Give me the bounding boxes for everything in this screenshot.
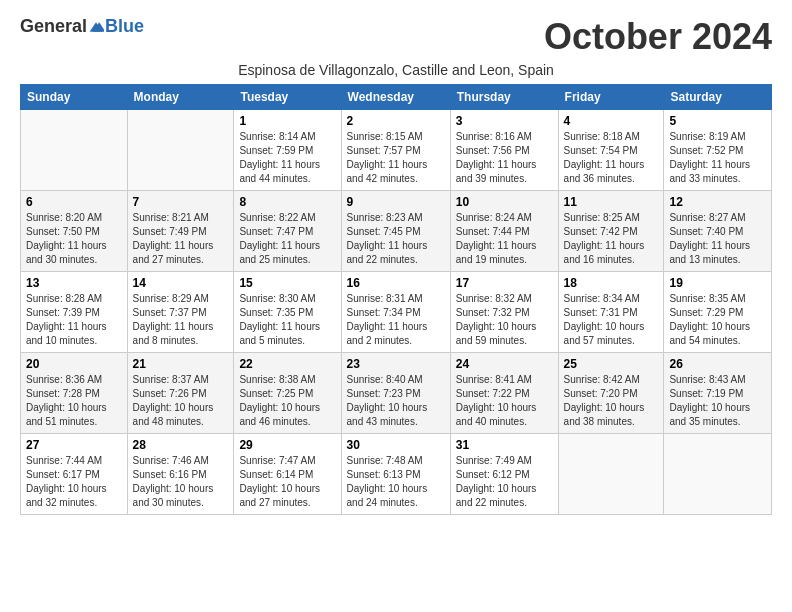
calendar-cell: 20Sunrise: 8:36 AM Sunset: 7:28 PM Dayli… <box>21 353 128 434</box>
column-header-wednesday: Wednesday <box>341 85 450 110</box>
logo-icon <box>88 19 104 35</box>
calendar-week-row: 13Sunrise: 8:28 AM Sunset: 7:39 PM Dayli… <box>21 272 772 353</box>
logo-general-text: General <box>20 16 87 37</box>
calendar-header-row: SundayMondayTuesdayWednesdayThursdayFrid… <box>21 85 772 110</box>
day-info: Sunrise: 8:18 AM Sunset: 7:54 PM Dayligh… <box>564 130 659 186</box>
column-header-saturday: Saturday <box>664 85 772 110</box>
column-header-monday: Monday <box>127 85 234 110</box>
calendar-cell: 8Sunrise: 8:22 AM Sunset: 7:47 PM Daylig… <box>234 191 341 272</box>
column-header-tuesday: Tuesday <box>234 85 341 110</box>
day-info: Sunrise: 8:23 AM Sunset: 7:45 PM Dayligh… <box>347 211 445 267</box>
day-number: 15 <box>239 276 335 290</box>
day-info: Sunrise: 8:38 AM Sunset: 7:25 PM Dayligh… <box>239 373 335 429</box>
calendar-cell: 28Sunrise: 7:46 AM Sunset: 6:16 PM Dayli… <box>127 434 234 515</box>
calendar-table: SundayMondayTuesdayWednesdayThursdayFrid… <box>20 84 772 515</box>
day-info: Sunrise: 8:29 AM Sunset: 7:37 PM Dayligh… <box>133 292 229 348</box>
day-info: Sunrise: 8:42 AM Sunset: 7:20 PM Dayligh… <box>564 373 659 429</box>
calendar-cell <box>664 434 772 515</box>
day-info: Sunrise: 8:15 AM Sunset: 7:57 PM Dayligh… <box>347 130 445 186</box>
day-info: Sunrise: 7:48 AM Sunset: 6:13 PM Dayligh… <box>347 454 445 510</box>
day-number: 11 <box>564 195 659 209</box>
day-info: Sunrise: 8:36 AM Sunset: 7:28 PM Dayligh… <box>26 373 122 429</box>
calendar-cell: 2Sunrise: 8:15 AM Sunset: 7:57 PM Daylig… <box>341 110 450 191</box>
day-number: 1 <box>239 114 335 128</box>
calendar-cell: 9Sunrise: 8:23 AM Sunset: 7:45 PM Daylig… <box>341 191 450 272</box>
day-number: 19 <box>669 276 766 290</box>
calendar-cell: 21Sunrise: 8:37 AM Sunset: 7:26 PM Dayli… <box>127 353 234 434</box>
day-info: Sunrise: 8:40 AM Sunset: 7:23 PM Dayligh… <box>347 373 445 429</box>
calendar-cell: 15Sunrise: 8:30 AM Sunset: 7:35 PM Dayli… <box>234 272 341 353</box>
day-number: 14 <box>133 276 229 290</box>
calendar-cell: 29Sunrise: 7:47 AM Sunset: 6:14 PM Dayli… <box>234 434 341 515</box>
calendar-cell: 1Sunrise: 8:14 AM Sunset: 7:59 PM Daylig… <box>234 110 341 191</box>
day-number: 16 <box>347 276 445 290</box>
day-info: Sunrise: 8:35 AM Sunset: 7:29 PM Dayligh… <box>669 292 766 348</box>
day-info: Sunrise: 8:31 AM Sunset: 7:34 PM Dayligh… <box>347 292 445 348</box>
day-info: Sunrise: 7:49 AM Sunset: 6:12 PM Dayligh… <box>456 454 553 510</box>
calendar-cell: 12Sunrise: 8:27 AM Sunset: 7:40 PM Dayli… <box>664 191 772 272</box>
day-info: Sunrise: 8:37 AM Sunset: 7:26 PM Dayligh… <box>133 373 229 429</box>
day-info: Sunrise: 7:47 AM Sunset: 6:14 PM Dayligh… <box>239 454 335 510</box>
day-number: 23 <box>347 357 445 371</box>
day-number: 18 <box>564 276 659 290</box>
day-info: Sunrise: 8:14 AM Sunset: 7:59 PM Dayligh… <box>239 130 335 186</box>
calendar-cell: 19Sunrise: 8:35 AM Sunset: 7:29 PM Dayli… <box>664 272 772 353</box>
calendar-cell: 24Sunrise: 8:41 AM Sunset: 7:22 PM Dayli… <box>450 353 558 434</box>
day-info: Sunrise: 8:27 AM Sunset: 7:40 PM Dayligh… <box>669 211 766 267</box>
calendar-cell: 6Sunrise: 8:20 AM Sunset: 7:50 PM Daylig… <box>21 191 128 272</box>
day-info: Sunrise: 8:25 AM Sunset: 7:42 PM Dayligh… <box>564 211 659 267</box>
day-info: Sunrise: 8:16 AM Sunset: 7:56 PM Dayligh… <box>456 130 553 186</box>
page-header: General Blue October 2024 <box>20 16 772 58</box>
day-number: 26 <box>669 357 766 371</box>
day-number: 22 <box>239 357 335 371</box>
day-info: Sunrise: 8:28 AM Sunset: 7:39 PM Dayligh… <box>26 292 122 348</box>
calendar-cell: 31Sunrise: 7:49 AM Sunset: 6:12 PM Dayli… <box>450 434 558 515</box>
logo: General Blue <box>20 16 144 37</box>
day-info: Sunrise: 8:24 AM Sunset: 7:44 PM Dayligh… <box>456 211 553 267</box>
day-number: 25 <box>564 357 659 371</box>
day-number: 30 <box>347 438 445 452</box>
calendar-cell: 7Sunrise: 8:21 AM Sunset: 7:49 PM Daylig… <box>127 191 234 272</box>
calendar-cell: 30Sunrise: 7:48 AM Sunset: 6:13 PM Dayli… <box>341 434 450 515</box>
calendar-week-row: 20Sunrise: 8:36 AM Sunset: 7:28 PM Dayli… <box>21 353 772 434</box>
calendar-cell: 11Sunrise: 8:25 AM Sunset: 7:42 PM Dayli… <box>558 191 664 272</box>
day-number: 10 <box>456 195 553 209</box>
day-number: 8 <box>239 195 335 209</box>
calendar-cell: 26Sunrise: 8:43 AM Sunset: 7:19 PM Dayli… <box>664 353 772 434</box>
day-number: 21 <box>133 357 229 371</box>
calendar-cell: 14Sunrise: 8:29 AM Sunset: 7:37 PM Dayli… <box>127 272 234 353</box>
day-number: 6 <box>26 195 122 209</box>
day-number: 9 <box>347 195 445 209</box>
day-info: Sunrise: 8:21 AM Sunset: 7:49 PM Dayligh… <box>133 211 229 267</box>
day-info: Sunrise: 8:22 AM Sunset: 7:47 PM Dayligh… <box>239 211 335 267</box>
calendar-week-row: 27Sunrise: 7:44 AM Sunset: 6:17 PM Dayli… <box>21 434 772 515</box>
day-number: 29 <box>239 438 335 452</box>
calendar-cell: 13Sunrise: 8:28 AM Sunset: 7:39 PM Dayli… <box>21 272 128 353</box>
day-number: 12 <box>669 195 766 209</box>
calendar-cell: 3Sunrise: 8:16 AM Sunset: 7:56 PM Daylig… <box>450 110 558 191</box>
column-header-friday: Friday <box>558 85 664 110</box>
day-number: 7 <box>133 195 229 209</box>
calendar-cell: 4Sunrise: 8:18 AM Sunset: 7:54 PM Daylig… <box>558 110 664 191</box>
day-number: 27 <box>26 438 122 452</box>
day-info: Sunrise: 8:30 AM Sunset: 7:35 PM Dayligh… <box>239 292 335 348</box>
month-title: October 2024 <box>544 16 772 58</box>
calendar-cell <box>127 110 234 191</box>
day-number: 3 <box>456 114 553 128</box>
day-number: 20 <box>26 357 122 371</box>
day-number: 28 <box>133 438 229 452</box>
day-info: Sunrise: 8:41 AM Sunset: 7:22 PM Dayligh… <box>456 373 553 429</box>
day-info: Sunrise: 7:44 AM Sunset: 6:17 PM Dayligh… <box>26 454 122 510</box>
calendar-cell: 23Sunrise: 8:40 AM Sunset: 7:23 PM Dayli… <box>341 353 450 434</box>
day-info: Sunrise: 7:46 AM Sunset: 6:16 PM Dayligh… <box>133 454 229 510</box>
day-info: Sunrise: 8:43 AM Sunset: 7:19 PM Dayligh… <box>669 373 766 429</box>
day-info: Sunrise: 8:19 AM Sunset: 7:52 PM Dayligh… <box>669 130 766 186</box>
logo-blue-text: Blue <box>105 16 144 37</box>
calendar-cell: 16Sunrise: 8:31 AM Sunset: 7:34 PM Dayli… <box>341 272 450 353</box>
calendar-cell: 10Sunrise: 8:24 AM Sunset: 7:44 PM Dayli… <box>450 191 558 272</box>
day-info: Sunrise: 8:20 AM Sunset: 7:50 PM Dayligh… <box>26 211 122 267</box>
day-number: 13 <box>26 276 122 290</box>
calendar-cell: 17Sunrise: 8:32 AM Sunset: 7:32 PM Dayli… <box>450 272 558 353</box>
day-number: 2 <box>347 114 445 128</box>
calendar-cell <box>558 434 664 515</box>
